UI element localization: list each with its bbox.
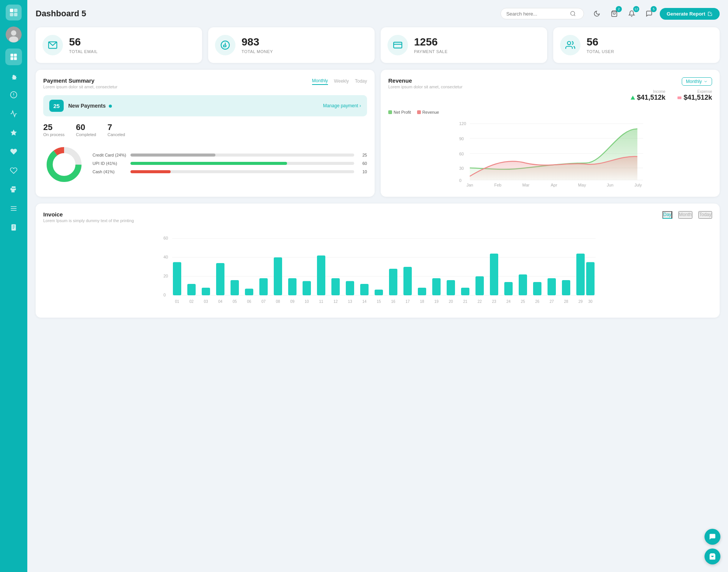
svg-rect-16 <box>11 224 16 231</box>
svg-point-28 <box>567 41 571 45</box>
svg-text:25: 25 <box>521 299 525 304</box>
svg-marker-12 <box>11 130 17 136</box>
sidebar-item-analytics[interactable] <box>5 105 22 122</box>
stat-value-email: 56 <box>69 36 98 48</box>
svg-text:16: 16 <box>391 299 395 304</box>
svg-text:10: 10 <box>304 299 309 304</box>
stat-value-user: 56 <box>587 36 614 48</box>
tab-weekly[interactable]: Weekly <box>334 78 349 85</box>
sidebar-item-favorites[interactable] <box>5 124 22 141</box>
invoice-tab-today[interactable]: Today <box>698 211 712 219</box>
sidebar-item-dashboard[interactable] <box>5 49 22 65</box>
svg-rect-8 <box>14 54 17 57</box>
invoice-tab-day[interactable]: Day <box>662 211 672 219</box>
sidebar-logo <box>6 5 22 20</box>
svg-rect-63 <box>216 263 224 295</box>
stat-canceled: 7 Canceled <box>107 122 125 137</box>
svg-text:20: 20 <box>163 274 168 278</box>
sidebar-item-info[interactable] <box>5 86 22 103</box>
svg-rect-88 <box>576 254 585 295</box>
payment-bottom: Credit Card (24%) 25 UPI ID (41%) 60 <box>43 144 367 187</box>
manage-payment-link[interactable]: Manage payment › <box>323 103 361 108</box>
svg-text:06: 06 <box>247 299 251 304</box>
bell-icon-btn[interactable]: 12 <box>625 7 639 20</box>
svg-rect-66 <box>259 278 268 295</box>
revenue-card: Revenue Lorem ipsum dolor sit amet, cons… <box>381 70 720 197</box>
sidebar-item-menu[interactable] <box>5 200 22 217</box>
income-expense-row: Income $41,512k Expense $41,512k <box>630 89 712 102</box>
svg-rect-87 <box>562 280 570 295</box>
bag-icon-btn[interactable]: 2 <box>607 7 621 20</box>
sidebar-item-print[interactable] <box>5 181 22 198</box>
svg-rect-34 <box>678 96 682 99</box>
svg-rect-78 <box>432 278 441 295</box>
sidebar-item-heart[interactable] <box>5 143 22 160</box>
svg-point-5 <box>11 30 16 36</box>
header: Dashboard 5 2 12 5 Generate Report <box>36 7 720 20</box>
svg-point-6 <box>9 36 18 42</box>
stat-card-email: 56 TOTAL EMAIL <box>36 27 202 63</box>
svg-text:07: 07 <box>261 299 266 304</box>
header-icons: 2 12 5 Generate Report <box>590 7 720 20</box>
svg-rect-83 <box>504 282 513 295</box>
svg-rect-80 <box>461 288 469 295</box>
svg-rect-76 <box>403 267 412 295</box>
revenue-title: Revenue <box>388 77 463 84</box>
svg-rect-0 <box>10 9 13 12</box>
tab-today[interactable]: Today <box>355 78 367 85</box>
payment-summary-tabs: Monthly Weekly Today <box>312 77 367 85</box>
stat-card-user: 56 TOTAL USER <box>553 27 720 63</box>
stat-completed: 60 Completed <box>76 122 96 137</box>
svg-text:Feb: Feb <box>494 183 502 187</box>
search-icon <box>570 11 576 17</box>
income-value: $41,512k <box>637 94 665 102</box>
revenue-legend: Net Profit Revenue <box>388 110 712 114</box>
svg-text:14: 14 <box>362 299 367 304</box>
svg-rect-71 <box>331 278 340 295</box>
payment-icon <box>388 35 408 55</box>
cart-fab-button[interactable] <box>704 548 720 564</box>
svg-text:13: 13 <box>348 299 352 304</box>
svg-rect-9 <box>11 57 14 60</box>
sidebar-item-wishlist[interactable] <box>5 162 22 179</box>
svg-text:26: 26 <box>535 299 540 304</box>
stat-label-payment: PAYMENT SALE <box>414 49 448 54</box>
chat-fab-button[interactable] <box>704 529 720 545</box>
stat-label-email: TOTAL EMAIL <box>69 49 98 54</box>
main-content: Dashboard 5 2 12 5 Generate Report <box>27 0 728 572</box>
svg-text:120: 120 <box>459 121 466 126</box>
svg-rect-64 <box>231 280 239 295</box>
generate-report-button[interactable]: Generate Report <box>660 8 720 20</box>
invoice-card: Invoice Lorem Ipsum is simply dummy text… <box>36 204 720 318</box>
svg-text:12: 12 <box>333 299 338 304</box>
revenue-header: Revenue Lorem ipsum dolor sit amet, cons… <box>388 77 712 106</box>
floating-buttons <box>704 529 720 564</box>
svg-rect-61 <box>187 284 196 295</box>
revenue-monthly-dropdown[interactable]: Monthly <box>682 77 712 86</box>
stat-value-money: 983 <box>242 36 273 48</box>
svg-point-32 <box>53 154 75 175</box>
income-item: Income $41,512k <box>630 89 665 102</box>
avatar[interactable] <box>6 27 22 42</box>
chat-badge: 5 <box>651 6 657 12</box>
svg-rect-77 <box>418 288 426 295</box>
payment-summary-card: Payment Summary Lorem ipsum dolor sit am… <box>36 70 375 197</box>
new-payments-label: New Payments <box>68 103 318 109</box>
svg-rect-65 <box>245 289 253 296</box>
svg-text:Mar: Mar <box>522 183 530 187</box>
page-title: Dashboard 5 <box>36 9 494 19</box>
sidebar-item-settings[interactable] <box>5 67 22 84</box>
sidebar-item-reports[interactable] <box>5 219 22 236</box>
dark-mode-toggle[interactable] <box>590 7 604 20</box>
invoice-title: Invoice <box>43 211 134 218</box>
svg-text:60: 60 <box>459 152 464 156</box>
svg-text:30: 30 <box>588 299 593 304</box>
svg-rect-68 <box>288 278 297 295</box>
svg-text:Jun: Jun <box>607 183 613 187</box>
progress-list: Credit Card (24%) 25 UPI ID (41%) 60 <box>93 153 367 178</box>
invoice-tab-month[interactable]: Month <box>678 211 692 219</box>
search-input[interactable] <box>506 11 567 17</box>
svg-rect-69 <box>303 281 311 296</box>
chat-icon-btn[interactable]: 5 <box>642 7 656 20</box>
tab-monthly[interactable]: Monthly <box>312 77 328 85</box>
